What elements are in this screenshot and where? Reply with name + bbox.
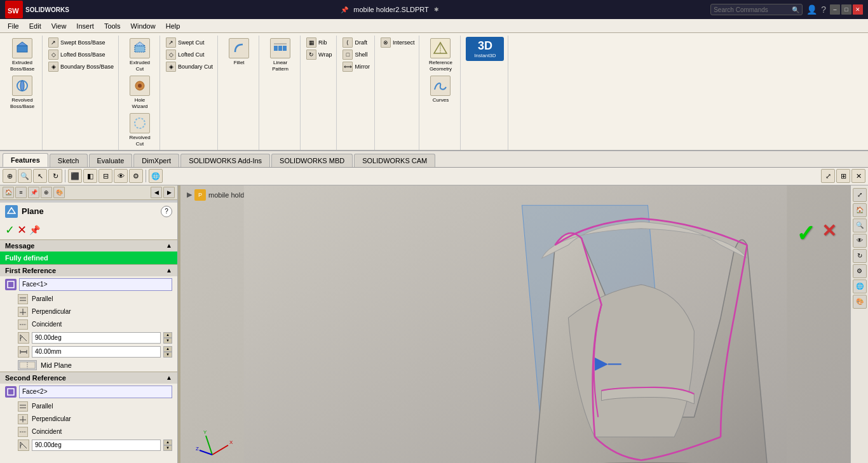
revolved-cut-button[interactable]: RevolvedCut [124,112,156,148]
hide-show-btn[interactable]: 👁 [114,169,128,183]
angle-up[interactable]: ▲ [163,332,172,338]
rib-button[interactable]: ▦ Rib [304,37,334,48]
angle-spinner[interactable]: ▲ ▼ [163,332,172,344]
view-settings-btn[interactable]: ⚙ [129,169,143,183]
minimize-button[interactable]: – [830,4,840,15]
menu-item-window[interactable]: Window [126,21,161,31]
first-reference-header[interactable]: First Reference ▲ [0,264,177,276]
perpendicular-option[interactable]: Perpendicular [0,305,177,318]
coincident-option[interactable]: Coincident [0,318,177,331]
tab-sketch[interactable]: Sketch [50,154,88,167]
intersect-button[interactable]: ⊗ Intersect [379,37,417,48]
second-angle-down[interactable]: ▼ [163,445,172,451]
zoom-fit-btn[interactable]: ⊕ [3,169,17,183]
display-style-btn[interactable]: ◧ [83,169,97,183]
rotate-btn[interactable]: ↻ [48,169,62,183]
tab-addins[interactable]: SOLIDWORKS Add-Ins [180,154,270,167]
help-button[interactable]: ? [161,206,172,217]
swept-cut-button[interactable]: ↗ Swept Cut [164,37,215,48]
section-view-btn[interactable]: ⊟ [98,169,112,183]
rs-rotate-btn[interactable]: ↻ [853,249,867,263]
rs-appearance-btn[interactable]: 🎨 [853,295,867,309]
draft-button[interactable]: ⟨ Draft [341,37,372,48]
lofted-boss-button[interactable]: ◇ Lofted Boss/Base [46,49,116,60]
second-angle-input[interactable] [32,440,161,451]
zoom-in-btn[interactable]: 🔍 [18,169,32,183]
distance-input[interactable] [32,346,161,358]
viewport[interactable]: ▶ P mobile holder2 (Default<... ✓ ✕ [180,185,850,463]
question-icon[interactable]: ? [821,4,826,15]
fillet-button[interactable]: Fillet [223,37,255,67]
reference-geometry-button[interactable]: ReferenceGeometry [424,37,456,73]
tab-mbd[interactable]: SOLIDWORKS MBD [271,154,353,167]
message-section-header[interactable]: Message ▲ [0,239,177,252]
tab-dimxpert[interactable]: DimXpert [133,154,179,167]
panel-nav-right[interactable]: ▶ [163,187,175,198]
tab-evaluate[interactable]: Evaluate [89,154,133,167]
rs-zoom-btn[interactable]: 🔍 [853,218,867,232]
lofted-cut-button[interactable]: ◇ Lofted Cut [164,49,215,60]
hole-wizard-button[interactable]: HoleWizard [124,74,156,111]
view-orient-btn[interactable]: ⬛ [68,169,82,183]
menu-item-edit[interactable]: Edit [24,21,46,31]
restore-button[interactable]: □ [841,4,851,15]
menu-item-help[interactable]: Help [161,21,186,31]
tab-features[interactable]: Features [3,153,48,167]
distance-down[interactable]: ▼ [163,352,172,358]
instant3d-button[interactable]: 3D Instant3D [466,37,504,61]
boundary-cut-button[interactable]: ◈ Boundary Cut [164,61,215,72]
rs-home-btn[interactable]: 🏠 [853,203,867,217]
extruded-cut-button[interactable]: ExtrudedCut [124,37,156,73]
angle-down[interactable]: ▼ [163,338,172,344]
revolved-boss-button[interactable]: RevolvedBoss/Base [6,74,38,111]
close-view-btn[interactable]: ✕ [851,169,865,183]
parallel-option[interactable]: Parallel [0,293,177,305]
split-btn[interactable]: ⊞ [836,169,850,183]
menu-item-insert[interactable]: Insert [71,21,99,31]
swept-boss-button[interactable]: ↗ Swept Boss/Base [46,37,116,48]
linear-pattern-button[interactable]: LinearPattern [264,37,296,73]
menu-item-view[interactable]: View [46,21,72,31]
boundary-boss-button[interactable]: ◈ Boundary Boss/Base [46,61,116,72]
expand-btn[interactable]: ⤢ [821,169,835,183]
extruded-boss-button[interactable]: ExtrudedBoss/Base [6,37,38,73]
wrap-button[interactable]: ↻ Wrap [304,49,334,60]
midplane-row[interactable]: Mid Plane [0,359,177,372]
panel-pin-btn[interactable]: 📌 [28,187,39,198]
second-angle-up[interactable]: ▲ [163,440,172,445]
mirror-button[interactable]: ⟺ Mirror [341,61,372,72]
second-parallel-option[interactable]: Parallel [0,400,177,413]
distance-up[interactable]: ▲ [163,346,172,352]
cancel-button[interactable]: ✕ [17,223,27,237]
first-ref-input[interactable] [19,278,172,291]
panel-home-btn[interactable]: 🏠 [3,187,14,198]
rs-settings-btn[interactable]: ⚙ [853,264,867,278]
rs-expand-btn[interactable]: ⤢ [853,188,867,202]
rs-view-btn[interactable]: 👁 [853,234,867,248]
panel-nav-left[interactable]: ◀ [151,187,162,198]
close-button[interactable]: ✕ [853,4,863,15]
tab-cam[interactable]: SOLIDWORKS CAM [354,154,435,167]
search-input[interactable] [714,6,790,13]
second-reference-header[interactable]: Second Reference ▲ [0,372,177,384]
curves-button[interactable]: Curves [424,74,456,104]
distance-spinner[interactable]: ▲ ▼ [163,346,172,358]
menu-item-tools[interactable]: Tools [99,21,126,31]
user-icon[interactable]: 👤 [806,4,817,15]
menu-pin[interactable]: 📌 [341,6,348,13]
panel-center-btn[interactable]: ⊕ [41,187,52,198]
angle-input[interactable] [32,332,161,344]
second-perpendicular-option[interactable]: Perpendicular [0,413,177,426]
second-angle-spinner[interactable]: ▲ ▼ [163,440,172,451]
render-btn[interactable]: 🌐 [149,169,163,183]
selection-btn[interactable]: ↖ [33,169,47,183]
panel-list-btn[interactable]: ≡ [15,187,27,198]
confirm-button[interactable]: ✓ [5,223,15,237]
menu-item-file[interactable]: File [3,21,24,31]
rs-render-btn[interactable]: 🌐 [853,279,867,293]
second-coincident-option[interactable]: Coincident [0,426,177,438]
second-ref-input[interactable] [19,386,172,398]
panel-color-btn[interactable]: 🎨 [53,187,65,198]
shell-button[interactable]: □ Shell [341,49,372,60]
pin-button[interactable]: 📌 [29,225,40,235]
